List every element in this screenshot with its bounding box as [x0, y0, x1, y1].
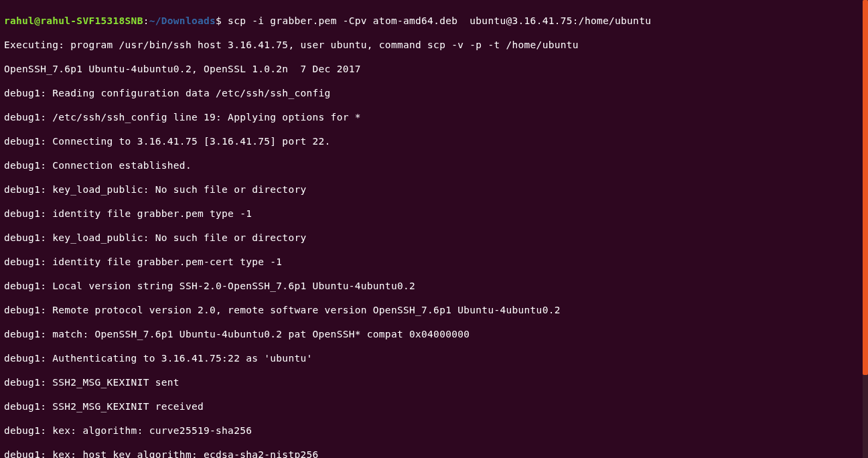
prompt-user-host: rahul@rahul-SVF15318SNB — [4, 15, 143, 26]
output-line: debug1: key_load_public: No such file or… — [4, 232, 864, 244]
output-line: debug1: Reading configuration data /etc/… — [4, 87, 864, 99]
output-line: debug1: kex: algorithm: curve25519-sha25… — [4, 425, 864, 437]
scrollbar-thumb[interactable] — [863, 0, 868, 375]
prompt-dollar: $ — [216, 15, 222, 26]
output-line: debug1: /etc/ssh/ssh_config line 19: App… — [4, 111, 864, 123]
output-line: debug1: Remote protocol version 2.0, rem… — [4, 304, 864, 316]
output-line: debug1: match: OpenSSH_7.6p1 Ubuntu-4ubu… — [4, 328, 864, 340]
output-line: debug1: Local version string SSH-2.0-Ope… — [4, 280, 864, 292]
output-line: Executing: program /usr/bin/ssh host 3.1… — [4, 39, 864, 51]
output-line: debug1: key_load_public: No such file or… — [4, 183, 864, 196]
output-line: OpenSSH_7.6p1 Ubuntu-4ubuntu0.2, OpenSSL… — [4, 63, 864, 75]
output-line: debug1: SSH2_MSG_KEXINIT sent — [4, 376, 864, 388]
command-text: scp -i grabber.pem -Cpv atom-amd64.deb u… — [222, 15, 651, 26]
output-line: debug1: Authenticating to 3.16.41.75:22 … — [4, 352, 864, 364]
prompt-path: /Downloads — [155, 15, 216, 26]
output-line: debug1: kex: host key algorithm: ecdsa-s… — [4, 449, 864, 458]
output-line: debug1: identity file grabber.pem type -… — [4, 208, 864, 220]
prompt-line: rahul@rahul-SVF15318SNB:~/Downloads$ scp… — [4, 15, 864, 27]
output-line: debug1: Connection established. — [4, 159, 864, 171]
output-line: debug1: identity file grabber.pem-cert t… — [4, 256, 864, 268]
prompt-path-prefix: ~ — [149, 15, 155, 26]
output-line: debug1: SSH2_MSG_KEXINIT received — [4, 400, 864, 412]
terminal-output[interactable]: rahul@rahul-SVF15318SNB:~/Downloads$ scp… — [4, 3, 864, 458]
prompt-separator: : — [143, 15, 149, 26]
output-line: debug1: Connecting to 3.16.41.75 [3.16.4… — [4, 135, 864, 147]
scrollbar-track[interactable] — [863, 0, 868, 458]
